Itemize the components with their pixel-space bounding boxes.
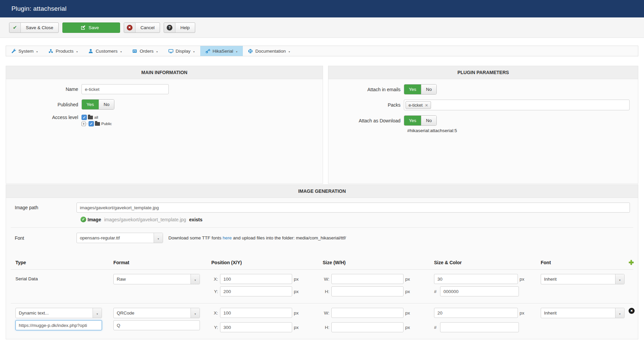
packs-label: Packs xyxy=(328,102,404,108)
px-label: px xyxy=(520,310,524,316)
pack-tag: e-ticket xyxy=(406,101,431,109)
menu-item-system[interactable]: System xyxy=(6,46,43,56)
col-format: Format xyxy=(113,260,211,265)
attach-emails-no-button[interactable]: No xyxy=(421,84,436,94)
pack-tag-label: e-ticket xyxy=(409,103,423,108)
chevron-down-icon xyxy=(76,49,78,54)
row2-fontsize-input[interactable] xyxy=(434,308,518,318)
menu-label: Customers xyxy=(96,49,117,54)
menu-item-documentation[interactable]: Documentation xyxy=(243,46,296,56)
divider xyxy=(11,227,633,228)
remove-tag-icon[interactable] xyxy=(425,103,428,108)
row1-w-input[interactable] xyxy=(331,274,404,284)
chevron-down-icon xyxy=(193,49,195,54)
save-button[interactable]: Save xyxy=(62,22,120,33)
published-toggle: Yes No xyxy=(82,99,114,110)
image-path-input[interactable] xyxy=(76,203,630,213)
cancel-button[interactable]: Cancel xyxy=(124,22,160,33)
published-yes-button[interactable]: Yes xyxy=(82,100,99,109)
all-checkbox[interactable] xyxy=(82,115,87,120)
font-help-post: and upload files into the folder: media/… xyxy=(233,235,346,240)
chevron-down-icon xyxy=(93,308,102,318)
image-generation-panel: IMAGE GENERATION Image path Image images… xyxy=(6,184,638,339)
menu-item-orders[interactable]: Orders xyxy=(127,46,163,56)
y-label: Y: xyxy=(211,289,218,294)
row2-y-input[interactable] xyxy=(220,322,292,332)
row2-color-input[interactable] xyxy=(440,322,519,332)
tree-item-public: Public xyxy=(82,121,112,126)
chevron-down-icon xyxy=(154,233,163,243)
menu-label: System xyxy=(18,49,34,54)
menu-label: Products xyxy=(56,49,73,54)
monitor-icon xyxy=(168,49,173,54)
cancel-label: Cancel xyxy=(136,23,160,33)
row1-x-input[interactable] xyxy=(220,274,292,284)
px-label: px xyxy=(405,310,410,316)
plugin-parameters-title: PLUGIN PARAMETERS xyxy=(328,66,638,79)
row2-type-select[interactable]: Dynamic text... xyxy=(15,308,102,318)
row2-h-input[interactable] xyxy=(331,322,404,332)
attach-emails-yes-button[interactable]: Yes xyxy=(404,84,421,94)
tree-item-all: all xyxy=(82,115,112,120)
row1-fontsize-input[interactable] xyxy=(434,274,518,284)
chevron-down-icon xyxy=(288,49,290,54)
chevron-down-icon xyxy=(156,49,158,54)
delete-row-button[interactable] xyxy=(629,308,635,314)
attach-download-yes-button[interactable]: Yes xyxy=(404,116,421,125)
add-row-button[interactable] xyxy=(629,259,634,266)
row2-format-option-input[interactable] xyxy=(113,320,200,330)
exists-path: images/gavekort/gavekort_template.jpg xyxy=(104,217,186,222)
row1-font-value: Inherit xyxy=(541,274,615,284)
font-help-pre: Download some TTF fonts xyxy=(168,235,221,240)
menu-item-customers[interactable]: Customers xyxy=(83,46,127,56)
folder-icon xyxy=(88,116,93,119)
folder-icon xyxy=(95,122,100,126)
key-icon xyxy=(205,49,210,54)
packs-input[interactable]: e-ticket xyxy=(404,100,630,110)
save-label: Save xyxy=(88,23,104,33)
row1-y-input[interactable] xyxy=(220,286,292,296)
toolbar: Save & Close Save Cancel Help xyxy=(0,17,644,38)
expand-plus-icon[interactable] xyxy=(82,122,86,126)
row1-font-select[interactable]: Inherit xyxy=(541,274,625,284)
row2-font-select[interactable]: Inherit xyxy=(541,308,625,318)
help-button[interactable]: Help xyxy=(164,22,195,33)
tree-connector xyxy=(86,124,88,124)
image-path-label: Image path xyxy=(11,205,76,210)
menu-item-display[interactable]: Display xyxy=(163,46,200,56)
font-select[interactable]: opensans-regular.ttf xyxy=(76,233,163,243)
attach-in-emails-toggle: Yes No xyxy=(404,84,437,95)
col-type: Type xyxy=(15,260,113,265)
menu-item-products[interactable]: Products xyxy=(43,46,83,56)
name-input[interactable] xyxy=(82,84,169,94)
px-label: px xyxy=(294,289,299,294)
access-level-label: Access level xyxy=(6,115,82,120)
font-help-text: Download some TTF fonts here and upload … xyxy=(168,235,346,240)
chevron-down-icon xyxy=(36,49,38,54)
cancel-icon xyxy=(124,23,136,33)
menu-label: Orders xyxy=(140,49,153,54)
w-label: W: xyxy=(323,277,329,282)
font-download-link[interactable]: here xyxy=(223,235,232,240)
plugin-parameters-panel: PLUGIN PARAMETERS Attach in emails Yes N… xyxy=(328,66,638,184)
y-label: Y: xyxy=(211,325,218,330)
row1-h-input[interactable] xyxy=(331,286,404,296)
row2-x-input[interactable] xyxy=(220,308,292,318)
row1-type: Serial Data xyxy=(15,274,113,299)
row1-format-select[interactable]: Raw xyxy=(113,274,200,284)
published-no-button[interactable]: No xyxy=(99,100,114,109)
tree-item-label: Public xyxy=(101,122,112,126)
px-label: px xyxy=(294,310,299,316)
row1-color-input[interactable] xyxy=(440,286,519,296)
row2-w-input[interactable] xyxy=(331,308,404,318)
row2-dynamic-text-input[interactable] xyxy=(15,320,102,330)
exists-prefix: Image xyxy=(88,217,101,222)
menu-item-hikaserial[interactable]: HikaSerial xyxy=(200,46,243,56)
row2-format-select[interactable]: QRCode xyxy=(113,308,200,318)
panels-row: MAIN INFORMATION Name Published Yes No A… xyxy=(6,66,638,184)
save-close-button[interactable]: Save & Close xyxy=(9,22,59,33)
access-level-tree: all Public xyxy=(82,115,112,127)
row2-font-value: Inherit xyxy=(541,308,615,318)
attach-download-no-button[interactable]: No xyxy=(421,116,436,125)
public-checkbox[interactable] xyxy=(89,121,94,126)
